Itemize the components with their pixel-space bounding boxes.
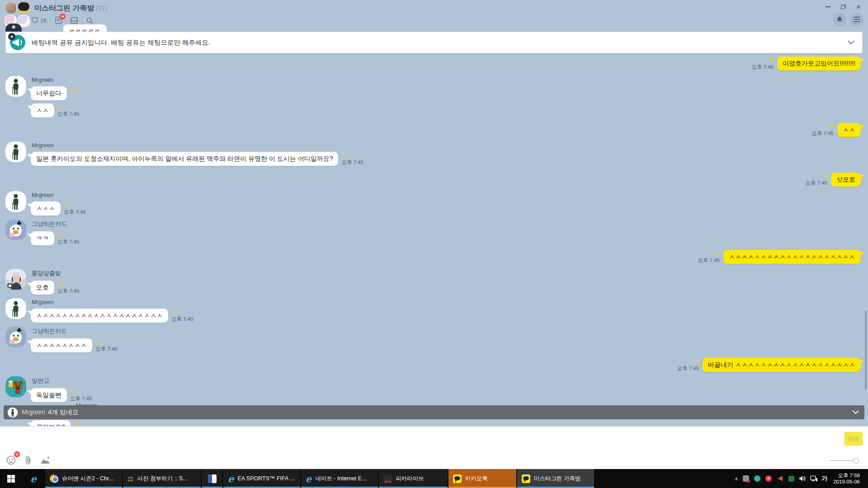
new-message-bar[interactable]: Mrgreen4개 있네요 (4, 405, 864, 419)
scroll-down-icon[interactable] (852, 410, 859, 414)
unread-count: 54 (57, 232, 63, 238)
mrgreen-avatar-icon[interactable] (5, 298, 26, 319)
megaphone-icon: ★ (10, 35, 25, 50)
message-meta: 54오후 7:45 (677, 358, 699, 372)
unread-count: 54 (768, 57, 774, 63)
kakaotalk-icon (453, 474, 462, 483)
chevron-down-icon[interactable] (848, 40, 855, 45)
my-message-group: 54오후 7:45바끝내기 ㅅㅅㅅㅅㅅㅅㅅㅅㅅㅅㅅㅅㅅㅅㅅㅅㅅㅅㅅ (677, 358, 861, 375)
message-group: Mrgreenㅅㅅㅅ54오후 7:45 (5, 191, 86, 219)
my-message-group: 54오후 7:45ㅅㅅㅅㅅㅅㅅㅅㅅㅅㅅㅅㅅㅅㅅㅅㅅㅅㅅㅅㅅ (698, 250, 861, 267)
message-meta: 54오후 7:45 (95, 338, 118, 352)
message-meta: 54오후 7:45 (698, 250, 720, 264)
duck-avatar-icon[interactable] (5, 220, 26, 240)
message-time: 오후 7:45 (57, 239, 80, 245)
office-icon (208, 474, 217, 483)
taskbar-button-mrgreen-room[interactable]: 미스터그린 가족방 (517, 469, 594, 488)
composer-resize-slider[interactable] (829, 457, 859, 464)
message-time: 오후 7:45 (751, 64, 774, 70)
clock-date: 2019-05-06 (833, 479, 860, 485)
unread-count: 54 (171, 309, 177, 315)
taskbar-pinned-ie[interactable]: e (22, 469, 45, 488)
chrome-icon (50, 474, 58, 483)
ie-icon: e (30, 474, 36, 483)
unread-count: 54 (70, 389, 76, 394)
chat-bubble: ㅋㅋ (31, 231, 54, 245)
chat-bubble: 바끝내기 ㅅㅅㅅㅅㅅㅅㅅㅅㅅㅅㅅㅅㅅㅅㅅㅅㅅㅅㅅ (703, 358, 861, 372)
taskbar-button-kakaotalk[interactable]: 카카오톡 (448, 469, 516, 488)
message-time: 오후 7:45 (95, 346, 118, 352)
chat-bubble: 이영호가웃고있어요!!!!!!!!! (777, 56, 861, 70)
emoticon-button[interactable]: N (5, 455, 16, 465)
attach-file-button[interactable] (23, 455, 33, 465)
unread-count: 54 (57, 104, 63, 110)
tray-horn-icon[interactable] (776, 475, 783, 482)
unread-count: 54 (64, 202, 70, 208)
mrgreen-avatar-icon[interactable] (5, 141, 26, 162)
message-time: 오후 7:45 (64, 209, 86, 215)
send-button[interactable]: 전송 (844, 432, 863, 446)
message-meta: 54오후 7:45 (171, 309, 193, 323)
notice-banner[interactable]: ★ 배팅내역 공유 금지입니다. 배팅 공유는 채팅으로만 해주세요. (5, 32, 863, 53)
taskbar-button-chrome[interactable]: 슈어맨 시즌2 - Chr... (45, 469, 122, 488)
woman-photo-avatar-icon[interactable] (5, 269, 26, 290)
mrgreen-avatar-icon[interactable] (5, 191, 26, 212)
star-badge-icon: ★ (8, 33, 15, 40)
message-time: 오후 7:45 (57, 288, 80, 294)
unread-count: 54 (821, 173, 827, 179)
network-icon[interactable] (810, 475, 817, 482)
sender-name: 그냥히든카드 (32, 220, 67, 228)
sender-name: 그냥히든카드 (32, 327, 67, 335)
message-meta: 54오후 7:45 (341, 152, 363, 166)
chat-bubble: ㅅㅅ (31, 103, 54, 117)
message-time: 오후 7:45 (698, 258, 720, 263)
kakaotalk-icon (522, 474, 530, 483)
smiley-icon (6, 455, 16, 465)
unread-count: 54 (693, 358, 699, 364)
system-tray: ∧ ✕ 가 오후 7:58 2019-05-06 (735, 469, 868, 488)
message-input[interactable] (5, 430, 841, 453)
ime-indicator[interactable]: 가 (821, 474, 827, 483)
message-time: 오후 7:45 (677, 366, 699, 371)
dog-beer-avatar-icon[interactable] (5, 376, 26, 397)
mrgreen-avatar-icon (8, 408, 18, 418)
volume-icon[interactable] (799, 475, 806, 482)
message-meta: 54 (70, 86, 76, 100)
message-group: 그냥히든카드ㅋㅋ54오후 7:45 (5, 220, 80, 249)
taskbar-button-ea-sports[interactable]: e EA SPORTS™ FIFA ... (223, 469, 300, 488)
unread-count: 54 (341, 152, 347, 158)
new-badge: N (14, 451, 20, 457)
message-composer: 전송 N (0, 426, 868, 469)
taskbar-button-picalive[interactable]: pica 피카라이브 (379, 469, 448, 488)
message-time: 오후 7:45 (811, 131, 834, 136)
paperclip-icon (24, 455, 32, 465)
message-meta: 54오후 7:45 (57, 281, 80, 295)
message-meta: 54오후 7:45 (811, 123, 834, 137)
chat-bubble: ㅅㅅㅅㅅㅅㅅㅅㅅㅅㅅㅅㅅㅅㅅㅅㅅㅅㅅㅅㅅ (723, 250, 861, 264)
taskbar: e 슈어맨 시즌2 - Chr... ⚖ 사진 첨부하기 :: S... e E… (0, 469, 868, 488)
unread-count: 54 (70, 87, 76, 93)
tray-expand-icon[interactable]: ∧ (735, 476, 738, 482)
start-button[interactable] (0, 469, 22, 488)
new-message-bar-text: Mrgreen4개 있네요 (22, 408, 79, 417)
tray-green-app-icon[interactable] (788, 475, 795, 482)
chat-scrollbar[interactable] (865, 311, 867, 390)
duck-avatar-icon[interactable] (5, 327, 26, 347)
taskbar-button-nate[interactable]: e 네이트 - Internet E... (301, 469, 378, 488)
chat-bubble: 너무쉽다 (31, 86, 67, 100)
chat-bubble: 독일쓸뻔 (31, 388, 67, 402)
tray-shield-icon[interactable] (742, 475, 750, 482)
chat-bubble: ㅅㅅㅅㅅㅅㅅㅅㅅ (31, 338, 92, 352)
message-time: 오후 7:45 (70, 396, 92, 402)
tray-teal-app-icon[interactable] (754, 475, 761, 482)
mrgreen-avatar-icon[interactable] (5, 76, 26, 97)
attach-image-button[interactable] (40, 455, 51, 465)
my-message-group: 54오후 7:45삿포로 (805, 173, 861, 190)
taskbar-button-office[interactable] (202, 469, 222, 488)
clock-time: 오후 7:58 (833, 472, 860, 479)
taskbar-button-photo-attach[interactable]: ⚖ 사진 첨부하기 :: S... (123, 469, 201, 488)
windows-logo-icon (7, 475, 15, 483)
tray-error-icon[interactable]: ✕ (765, 475, 772, 482)
clock[interactable]: 오후 7:58 2019-05-06 (831, 472, 864, 485)
notice-text: 배팅내역 공유 금지입니다. 배팅 공유는 채팅으로만 해주세요. (32, 38, 848, 47)
